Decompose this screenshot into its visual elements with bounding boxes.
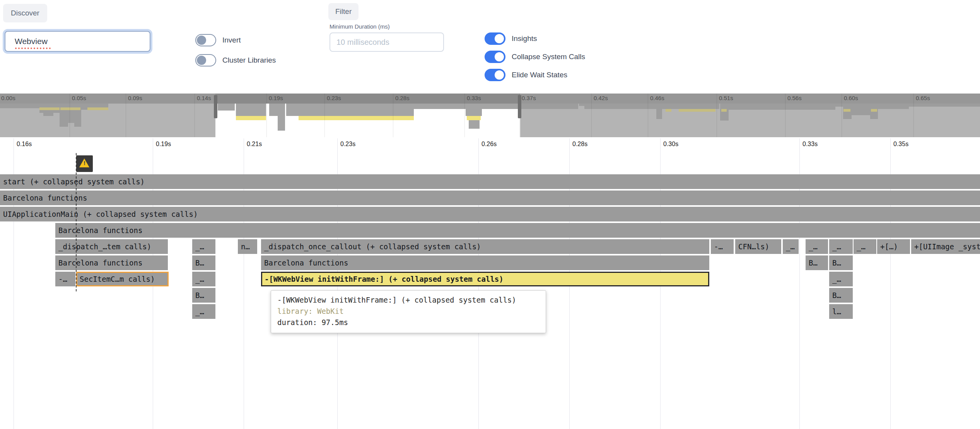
minimap-tick-label: 0.37s [522,95,536,101]
minimap-flame-silhouette [720,104,729,121]
flame-bar[interactable]: _… [829,272,853,286]
timeline-minimap[interactable]: 0.00s0.05s0.09s0.14s0.19s0.23s0.28s0.33s… [0,94,980,137]
toggle-knob [495,52,504,61]
flame-bar[interactable]: _… [854,239,876,254]
axis-tick-label: 0.19s [156,141,171,148]
minimap-tick-label: 0.42s [594,95,608,101]
minimap-tick-line [70,94,70,137]
minimap-flame-silhouette [584,104,656,109]
flame-bar[interactable]: B… [806,255,828,270]
flame-bar[interactable]: _… [829,239,853,254]
minimap-flame-silhouette [721,109,727,112]
minimap-tick-label: 0.46s [650,95,664,101]
cluster-libraries-toggle[interactable] [195,54,216,66]
minimap-flame-silhouette [679,109,715,112]
axis-tick-label: 0.33s [802,141,818,148]
minimap-flame-silhouette [656,104,662,119]
elide-wait-states-toggle[interactable] [485,69,505,81]
minimap-tick-label: 0.23s [327,95,341,101]
cluster-toggle-row: Cluster Libraries [195,54,276,66]
axis-tick-label: 0.26s [481,141,497,148]
flame-bar[interactable]: UIApplicationMain (+ collapsed system ca… [0,207,980,221]
minimap-flame-silhouette [835,104,843,107]
flame-bar[interactable]: B… [829,255,853,270]
flame-bar[interactable]: start (+ collapsed system calls) [0,174,980,189]
minimap-tick-label: 0.60s [844,95,858,101]
minimap-flame-silhouette [68,123,74,127]
flame-bar[interactable]: +[…) [877,239,910,254]
minimap-tick-line [842,94,842,137]
insights-label: Insights [512,34,537,43]
flame-bar[interactable]: Barcelona functions [261,255,709,270]
insights-toggle-row: Insights [485,32,537,45]
minimap-flame-silhouette [729,104,835,110]
flame-bar[interactable]: Barcelona functions [55,223,980,238]
minimap-band [520,94,980,104]
minimap-tick-line [393,94,393,137]
filter-button[interactable]: Filter [328,3,359,20]
minimap-selection-handle[interactable] [518,95,521,118]
invert-toggle[interactable] [195,34,216,46]
minimap-flame-silhouette [278,104,285,131]
tooltip-title: -[WKWebView initWithFrame:] (+ collapsed… [277,295,540,306]
elide-wait-states-label: Elide Wait States [512,71,567,79]
minimap-band [0,94,215,104]
flame-bar[interactable]: SecItemC…m calls) [76,272,169,286]
minimap-flame-silhouette [467,116,481,120]
collapse-syscalls-toggle-row: Collapse System Calls [485,51,585,63]
minimap-tick-label: 0.33s [467,95,481,101]
minimap-flame-silhouette [269,104,278,116]
minimap-tick-label: 0.14s [197,95,211,101]
minimap-tick-label: 0.05s [72,95,86,101]
axis-tick-label: 0.23s [340,141,355,148]
collapse-system-calls-toggle[interactable] [485,51,505,63]
flame-bar[interactable]: -[WKWebView initWithFrame:] (+ collapsed… [261,272,709,286]
minimap-tick-label: 0.09s [128,95,142,101]
flame-bar[interactable]: _… [806,239,828,254]
flame-bar[interactable]: _… [192,239,215,254]
minimap-flame-silhouette [218,104,235,111]
minimap-flame-silhouette [579,104,584,106]
minimap-tick-line [464,94,465,137]
flame-bar[interactable]: l… [829,304,853,319]
min-duration-input[interactable] [330,32,444,52]
flame-bar[interactable]: _dispatch_…tem calls) [55,239,168,254]
flame-bar[interactable]: _… [192,304,215,319]
axis-tick-label: 0.35s [893,141,908,148]
minimap-flame-silhouette [39,107,60,110]
flame-bar[interactable]: +[UIImage _syst [911,239,980,254]
flame-bar[interactable]: B… [192,288,215,303]
flame-bar[interactable]: B… [829,288,853,303]
minimap-flame-silhouette [662,104,719,109]
flame-bar[interactable]: Barcelona functions [55,255,168,270]
minimap-tick-label: 0.56s [787,95,802,101]
discover-button[interactable]: Discover [3,4,47,22]
flame-bar[interactable]: _… [192,272,215,286]
minimap-tick-line [591,94,592,137]
flame-bar[interactable]: -… [711,239,734,254]
toggle-knob [495,70,504,80]
flame-bar[interactable]: B… [192,255,215,270]
insights-toggle[interactable] [485,32,505,45]
flame-bar[interactable]: _… [783,239,799,254]
axis-tick-label: 0.21s [247,141,262,148]
flame-bar[interactable]: CFN…ls) [735,239,781,254]
minimap-flame-silhouette [469,120,480,129]
minimap-flame-silhouette [909,104,980,107]
minimap-flame-silhouette [299,116,414,120]
invert-label: Invert [222,36,241,44]
minimap-selection-handle[interactable] [214,95,217,118]
minimap-tick-line [913,94,914,137]
elide-wait-toggle-row: Elide Wait States [485,69,567,81]
invert-toggle-row: Invert [195,34,241,46]
flame-bar[interactable]: n… [238,239,257,254]
flame-bar-tooltip: -[WKWebView initWithFrame:] (+ collapsed… [271,290,546,333]
minimap-tick-label: 0.28s [395,95,410,101]
minimap-tick-line [266,94,267,137]
warning-icon[interactable]: ! [76,155,93,172]
collapse-system-calls-label: Collapse System Calls [512,53,585,61]
flame-bar[interactable]: -… [55,272,75,286]
flame-bar[interactable]: _dispatch_once_callout (+ collapsed syst… [261,239,709,254]
flame-bar[interactable]: Barcelona functions [0,191,980,205]
cluster-libraries-label: Cluster Libraries [222,56,276,65]
